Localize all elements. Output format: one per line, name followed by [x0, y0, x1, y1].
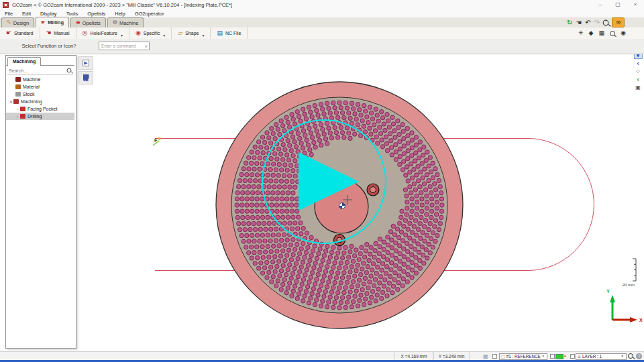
tree-item-machine[interactable]: Machine [6, 76, 74, 83]
menu-edit[interactable]: Edit [17, 11, 36, 17]
tree-item-material[interactable]: Material [6, 83, 74, 90]
standard-button[interactable]: ☛ Standard [0, 27, 40, 39]
minimize-button[interactable]: – [592, 0, 609, 9]
standard-icon: ☛ [6, 30, 11, 36]
menu-display[interactable]: Display [36, 11, 62, 17]
collapse-left-green-button[interactable]: ‹ [634, 76, 643, 83]
search-box[interactable] [7, 66, 73, 75]
collapse-left-blue-button[interactable]: ‹ [634, 60, 643, 67]
command-combobox[interactable]: Enter a command ∨ [99, 42, 150, 50]
orbit-button[interactable]: ◇ [634, 68, 643, 75]
menu-file[interactable]: File [0, 11, 17, 17]
zoom-window-icon[interactable] [610, 31, 615, 36]
material-icon [15, 84, 21, 89]
snap-grid-icon[interactable]: ▦ [483, 354, 488, 359]
tab-milling[interactable]: ☛ Milling [36, 17, 69, 28]
manual-button[interactable]: ☚ Manual [40, 27, 76, 39]
reference-dropdown-arrow-icon[interactable]: ▾ [542, 355, 545, 359]
standard-label: Standard [14, 31, 33, 36]
bin-icon[interactable]: ▦ [598, 30, 604, 36]
shape-dropdown-icon[interactable]: ▾ [202, 33, 204, 39]
close-button[interactable]: × [627, 0, 644, 9]
snapshot-button[interactable]: ▣ [634, 84, 643, 91]
machine-tab-icon: ⚙ [113, 20, 117, 25]
redo-icon[interactable]: ↷ [594, 19, 600, 26]
menu-go2operator[interactable]: GO2operator [130, 11, 169, 17]
drilling-icon [20, 114, 25, 119]
window-title: GO2cam < © GO2cam International 2009 - 2… [12, 2, 232, 8]
machining-icon [13, 99, 19, 104]
manual-label: Manual [54, 31, 70, 36]
nc-file-icon: ▤ [217, 30, 223, 36]
layer-checkbox[interactable] [570, 354, 575, 359]
manual-icon: ☚ [46, 30, 52, 36]
undo-icon[interactable]: ↶ [585, 19, 590, 26]
layer-dropdown-arrow-icon[interactable]: ▾ [621, 355, 625, 359]
specific-icon: ◉ [136, 30, 141, 36]
command-combo-arrow-icon[interactable]: ∨ [145, 44, 149, 48]
specific-button[interactable]: ◉ Specific ▾ [129, 27, 172, 39]
reference-value: #1 : REFERENCE [506, 354, 541, 359]
search-icon [67, 68, 72, 73]
verify-button[interactable] [78, 71, 93, 84]
menu-help[interactable]: Help [110, 11, 129, 17]
y-axis-label: Y [606, 289, 610, 294]
machine-icon [15, 77, 21, 82]
search-input[interactable] [7, 68, 66, 73]
reference-checkbox[interactable] [492, 354, 497, 359]
scale-label: 20 mm [623, 283, 635, 287]
simulation-button[interactable]: ▶ [78, 56, 93, 70]
drawing-canvas[interactable]: F20 mmYX [0, 0, 644, 362]
tree-item-machining[interactable]: ∨ Machining [6, 98, 74, 105]
pan-hand-icon[interactable]: ☚ [576, 19, 582, 26]
specific-dropdown-icon[interactable]: ▾ [163, 33, 165, 39]
expand-icon[interactable]: › [15, 115, 20, 119]
status-bar: X =4.169 mm Y =3.249 mm ▦ □ #1 : REFEREN… [0, 351, 644, 361]
sync-icon[interactable]: ↻ [567, 19, 572, 26]
opelists-icon: ≡ [76, 20, 80, 25]
tree-label: Stock [23, 92, 35, 97]
eraser-icon[interactable]: ◆ [589, 30, 594, 36]
x-axis-label: X [639, 318, 643, 322]
help-button[interactable]: ? [636, 353, 642, 359]
reference-dropdown[interactable]: □ #1 : REFERENCE ▾ [499, 353, 547, 360]
tab-design-label: Design [13, 20, 29, 26]
zoom-icon[interactable] [603, 19, 609, 25]
expand-icon[interactable]: › [15, 107, 20, 111]
maximize-button[interactable]: ▢ [609, 0, 627, 9]
shape-button[interactable]: ▱ Shape ▾ [172, 27, 211, 39]
quick-access-row2: ✳ ◆ ▦ ◉ [578, 27, 626, 39]
machining-panel-tab[interactable]: Machining [7, 57, 41, 66]
color-checkbox[interactable] [550, 354, 555, 359]
wireframe-icon[interactable]: ✳ [578, 30, 584, 36]
tree-label: Machining [21, 99, 42, 104]
specific-label: Specific [144, 31, 160, 36]
go2-glasses-button[interactable]: ∞ [612, 17, 625, 27]
menu-tools[interactable]: Tools [62, 11, 83, 17]
origin-flag [158, 137, 161, 140]
layer-dropdown[interactable]: ≡ LAYER : 1 ▾ [576, 353, 627, 360]
tree-label: Facing Pocket [28, 107, 57, 111]
visibility-eye-icon[interactable]: ◉ [621, 30, 626, 36]
command-bar: Select Function or Icon? Enter a command… [0, 39, 644, 54]
window-controls: – ▢ × [592, 0, 644, 9]
tab-opelists[interactable]: ≡ Opelists [70, 17, 106, 27]
color-swatch[interactable] [555, 354, 564, 359]
hole-feature-button[interactable]: ◎ Hole/Feature ▾ [76, 27, 129, 39]
collapse-icon[interactable]: ∨ [9, 100, 13, 104]
tree-item-drilling[interactable]: › Drilling [6, 113, 74, 120]
machining-panel: Machining Machine Material Stock ∨ Machi… [5, 55, 76, 349]
hole-feature-dropdown-icon[interactable]: ▾ [121, 33, 123, 39]
nc-file-button[interactable]: ▤ NC File [211, 27, 248, 39]
tree-label: Machine [23, 77, 40, 82]
tree-item-stock[interactable]: Stock [6, 90, 74, 98]
tab-design[interactable]: ✎ Design [1, 17, 34, 27]
tab-machine[interactable]: ⚙ Machine [107, 17, 144, 27]
ribbon-tab-row: ✎ Design ☛ Milling ≡ Opelists ⚙ Machine [0, 17, 644, 28]
menu-opelists[interactable]: Opelists [83, 11, 110, 17]
facing-pocket-icon [20, 107, 25, 111]
index-hole-inner [370, 187, 376, 193]
layer-zoom-icon[interactable] [628, 353, 633, 359]
tree-item-facing-pocket[interactable]: › Facing Pocket [6, 105, 74, 113]
swatch-dropdown-arrow-icon[interactable]: ▾ [564, 355, 566, 358]
